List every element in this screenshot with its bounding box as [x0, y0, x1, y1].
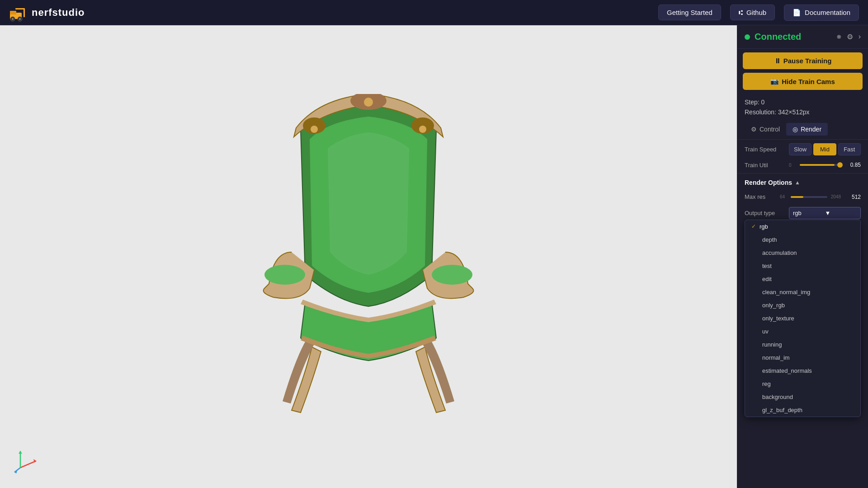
max-res-label: Max res: [745, 193, 776, 200]
dropdown-item-estimated-normals[interactable]: estimated_normals: [745, 364, 860, 377]
header-icons: ⎈ ⚙ ›: [837, 33, 861, 41]
train-util-slider[interactable]: [800, 164, 841, 166]
svg-point-13: [311, 126, 318, 133]
viewport[interactable]: [0, 25, 737, 488]
svg-point-5: [19, 18, 21, 20]
train-speed-label: Train Speed: [745, 146, 785, 153]
chair-render: [237, 94, 500, 419]
dropdown-item-reg[interactable]: reg: [745, 377, 860, 390]
dropdown-item-background[interactable]: background: [745, 390, 860, 404]
max-res-row: Max res 64 2048 512: [737, 190, 868, 204]
getting-started-button[interactable]: Getting Started: [658, 5, 721, 20]
train-util-row: Train Util 0 0.85: [737, 159, 868, 171]
output-type-value: rgb: [793, 210, 825, 216]
sidebar-header: Connected ⎈ ⚙ ›: [737, 25, 868, 49]
tab-render[interactable]: ◎ Render: [786, 123, 828, 136]
svg-line-20: [14, 468, 20, 472]
output-type-container: Output type rgb ▼ ✓ rgb depth: [737, 204, 868, 222]
speed-slow-button[interactable]: Slow: [789, 143, 811, 155]
sidebar-scroll[interactable]: Train Speed Slow Mid Fast Train Util 0 0: [737, 140, 868, 488]
svg-line-16: [20, 461, 36, 468]
svg-point-12: [432, 265, 472, 285]
max-res-min: 64: [780, 194, 787, 199]
dropdown-item-rgb[interactable]: ✓ rgb: [745, 220, 860, 233]
expand-icon[interactable]: ›: [859, 33, 861, 41]
top-navigation: nerfstudio Getting Started ⑆ Github 📄 Do…: [0, 0, 868, 25]
check-icon: ✓: [751, 223, 756, 230]
render-options-header[interactable]: Render Options ▲: [737, 175, 868, 190]
main-content: Connected ⎈ ⚙ › ⏸ Pause Training 📷 Hide …: [0, 25, 868, 488]
dropdown-item-test[interactable]: test: [745, 259, 860, 272]
logo-icon: [9, 4, 27, 22]
settings-icon[interactable]: ⚙: [847, 33, 853, 41]
dropdown-item-accumulation[interactable]: accumulation: [745, 246, 860, 259]
dropdown-item-uv[interactable]: uv: [745, 325, 860, 338]
svg-rect-7: [24, 8, 25, 17]
svg-rect-6: [15, 8, 24, 9]
dropdown-item-running[interactable]: running: [745, 338, 860, 351]
tabs-row: ⚙ Control ◎ Render: [737, 119, 868, 140]
train-util-min: 0: [789, 163, 796, 168]
camera-icon: 📷: [770, 77, 779, 85]
share-icon[interactable]: ⎈: [837, 33, 841, 41]
output-type-dropdown[interactable]: ✓ rgb depth accumulation test: [745, 220, 861, 417]
train-speed-row: Train Speed Slow Mid Fast: [737, 140, 868, 159]
control-icon: ⚙: [751, 126, 757, 133]
render-options-chevron: ▲: [795, 179, 800, 186]
step-info: Step: 0 Resolution: 342×512px: [737, 94, 868, 119]
dropdown-item-edit[interactable]: edit: [745, 272, 860, 286]
svg-point-11: [264, 265, 305, 285]
dropdown-item-gl-z-buf[interactable]: gl_z_buf_depth: [745, 404, 860, 417]
hide-train-cams-button[interactable]: 📷 Hide Train Cams: [743, 73, 863, 90]
pause-training-button[interactable]: ⏸ Pause Training: [743, 52, 863, 69]
dropdown-item-only-texture[interactable]: only_texture: [745, 312, 860, 325]
max-res-max: 2048: [831, 194, 841, 199]
dropdown-item-only-rgb[interactable]: only_rgb: [745, 299, 860, 312]
tab-control[interactable]: ⚙ Control: [745, 123, 786, 136]
pause-icon: ⏸: [774, 57, 781, 65]
train-util-value: 0.85: [844, 162, 861, 168]
documentation-button[interactable]: 📄 Documentation: [784, 5, 859, 21]
connected-label: Connected: [755, 32, 832, 42]
dropdown-chevron-icon: ▼: [825, 210, 857, 216]
connected-indicator: [745, 34, 750, 40]
github-button[interactable]: ⑆ Github: [730, 5, 775, 20]
step-label: Step: 0: [745, 97, 861, 107]
output-type-row: Output type rgb ▼: [737, 204, 868, 222]
svg-rect-1: [10, 11, 16, 14]
axes-indicator: [14, 447, 41, 474]
max-res-slider[interactable]: [791, 192, 827, 202]
max-res-value: 512: [844, 194, 861, 200]
speed-mid-button[interactable]: Mid: [813, 143, 836, 155]
svg-point-3: [12, 18, 14, 20]
dropdown-item-depth[interactable]: depth: [745, 233, 860, 246]
chair-svg: [237, 94, 500, 419]
logo: nerfstudio: [9, 4, 85, 22]
github-icon: ⑆: [739, 9, 743, 16]
speed-group: Slow Mid Fast: [789, 143, 861, 155]
output-type-input[interactable]: rgb ▼: [789, 207, 861, 219]
render-icon: ◎: [793, 126, 798, 133]
doc-icon: 📄: [793, 9, 801, 17]
dropdown-item-normal-im[interactable]: normal_im: [745, 351, 860, 364]
speed-fast-button[interactable]: Fast: [838, 143, 861, 155]
svg-marker-19: [19, 451, 22, 454]
svg-point-14: [419, 126, 426, 133]
train-util-label: Train Util: [745, 162, 785, 169]
logo-text: nerfstudio: [32, 7, 85, 19]
sidebar: Connected ⎈ ⚙ › ⏸ Pause Training 📷 Hide …: [737, 25, 868, 488]
svg-point-15: [364, 98, 373, 107]
output-type-label: Output type: [745, 210, 785, 216]
resolution-label: Resolution: 342×512px: [745, 107, 861, 117]
dropdown-item-clean-normal[interactable]: clean_normal_img: [745, 286, 860, 299]
